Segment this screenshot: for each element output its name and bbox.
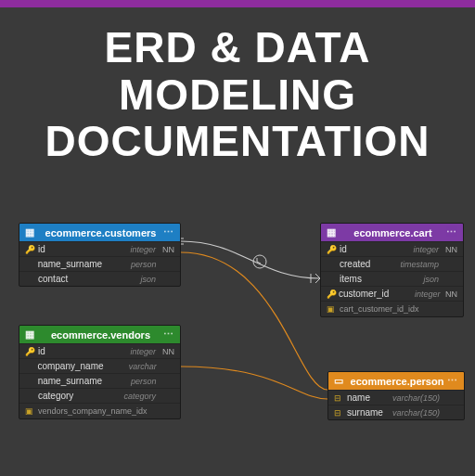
field-name: id	[38, 244, 100, 254]
field-type: timestamp	[383, 260, 439, 269]
field-nn: NN	[156, 347, 174, 356]
entity-name: ecommerce.customers	[38, 227, 163, 238]
entity-vendors[interactable]: ▦ ecommerce.vendors ⋯ 🔑idintegerNN compa…	[19, 325, 181, 419]
field-type: category	[100, 392, 156, 401]
page-title: ERD & DATA MODELING DOCUMENTATION	[0, 24, 475, 165]
entity-name: ecommerce.vendors	[38, 329, 163, 341]
entity-header[interactable]: ▦ ecommerce.cart ⋯	[321, 224, 463, 241]
field-row[interactable]: name_surnameperson	[19, 256, 180, 271]
table-icon: ▦	[327, 226, 336, 238]
field-name: name	[347, 392, 384, 403]
title-line: DOCUMENTATION	[0, 118, 475, 165]
field-row[interactable]: contactjson	[19, 271, 180, 286]
field-row[interactable]: company_namevarchar	[19, 358, 180, 373]
field-row[interactable]: itemsjson	[321, 271, 463, 286]
table-icon: ▦	[25, 328, 34, 341]
field-type: person	[102, 377, 156, 386]
field-type: varchar(150)	[384, 393, 440, 403]
index-name: cart_customer_id_idx	[340, 304, 419, 314]
field-type: varchar(150)	[384, 408, 440, 418]
field-row[interactable]: createdtimestamp	[321, 256, 463, 271]
field-name: id	[38, 346, 100, 356]
field-nn: NN	[156, 245, 174, 254]
key-icon: 🔑	[327, 245, 340, 254]
title-line: MODELING	[0, 71, 475, 119]
field-row[interactable]: 🔑idintegerNN	[321, 241, 463, 256]
field-row[interactable]: name_surnameperson	[19, 373, 180, 388]
index-icon: ▣	[327, 304, 335, 314]
field-row[interactable]: 🔑idintegerNN	[19, 343, 180, 358]
key-icon: 🔑	[25, 347, 38, 356]
field-name: category	[38, 391, 100, 401]
entity-name: ecommerce.person	[347, 376, 447, 387]
field-type: person	[102, 260, 156, 269]
title-line: ERD & DATA	[0, 24, 475, 71]
index-row[interactable]: ▣vendors_company_name_idx	[19, 403, 180, 418]
column-icon: ⊟	[334, 393, 347, 403]
field-name: contact	[38, 274, 100, 284]
field-type: json	[383, 275, 439, 284]
entity-cart[interactable]: ▦ ecommerce.cart ⋯ 🔑idintegerNN createdt…	[320, 223, 464, 317]
entity-name: ecommerce.cart	[340, 227, 446, 238]
entity-menu-icon[interactable]: ⋯	[163, 328, 174, 341]
entity-menu-icon[interactable]: ⋯	[163, 226, 174, 238]
field-nn: NN	[439, 245, 457, 254]
field-nn: NN	[441, 289, 457, 299]
column-icon: ⊟	[334, 408, 347, 418]
svg-point-0	[253, 255, 266, 268]
field-type: json	[100, 275, 156, 284]
field-type: integer	[383, 245, 439, 254]
erd-diagram: ▦ ecommerce.customers ⋯ 🔑idintegerNN nam…	[0, 213, 475, 473]
field-type: integer	[389, 289, 440, 299]
field-type: integer	[100, 347, 156, 356]
field-name: id	[340, 244, 383, 254]
key-icon: 🔑	[25, 245, 38, 254]
entity-person[interactable]: ▭ ecommerce.person ⋯ ⊟namevarchar(150) ⊟…	[327, 371, 465, 420]
field-name: company_name	[37, 361, 103, 371]
field-type: integer	[100, 245, 156, 254]
field-name: customer_id	[339, 289, 389, 299]
field-row[interactable]: categorycategory	[19, 388, 180, 403]
index-name: vendors_company_name_idx	[38, 406, 148, 416]
top-accent-bar	[0, 0, 475, 7]
table-icon: ▦	[25, 226, 34, 238]
entity-menu-icon[interactable]: ⋯	[446, 226, 457, 238]
field-row[interactable]: 🔑idintegerNN	[19, 241, 180, 256]
field-type: varchar	[104, 362, 157, 371]
type-icon: ▭	[334, 375, 343, 387]
field-name: name_surname	[38, 376, 102, 386]
entity-header[interactable]: ▦ ecommerce.customers ⋯	[19, 224, 180, 241]
entity-menu-icon[interactable]: ⋯	[447, 375, 458, 387]
field-row[interactable]: 🔑customer_idintegerNN	[321, 286, 463, 301]
field-row[interactable]: ⊟namevarchar(150)	[328, 390, 464, 405]
field-name: name_surname	[38, 259, 102, 269]
field-name: items	[340, 274, 383, 284]
key-icon: 🔑	[327, 289, 339, 299]
entity-header[interactable]: ▭ ecommerce.person ⋯	[328, 372, 464, 390]
index-row[interactable]: ▣cart_customer_id_idx	[321, 301, 463, 316]
field-name: surname	[347, 407, 384, 418]
index-icon: ▣	[25, 406, 33, 416]
entity-header[interactable]: ▦ ecommerce.vendors ⋯	[19, 326, 180, 343]
field-name: created	[340, 259, 383, 269]
entity-customers[interactable]: ▦ ecommerce.customers ⋯ 🔑idintegerNN nam…	[19, 223, 181, 287]
field-row[interactable]: ⊟surnamevarchar(150)	[328, 405, 464, 419]
